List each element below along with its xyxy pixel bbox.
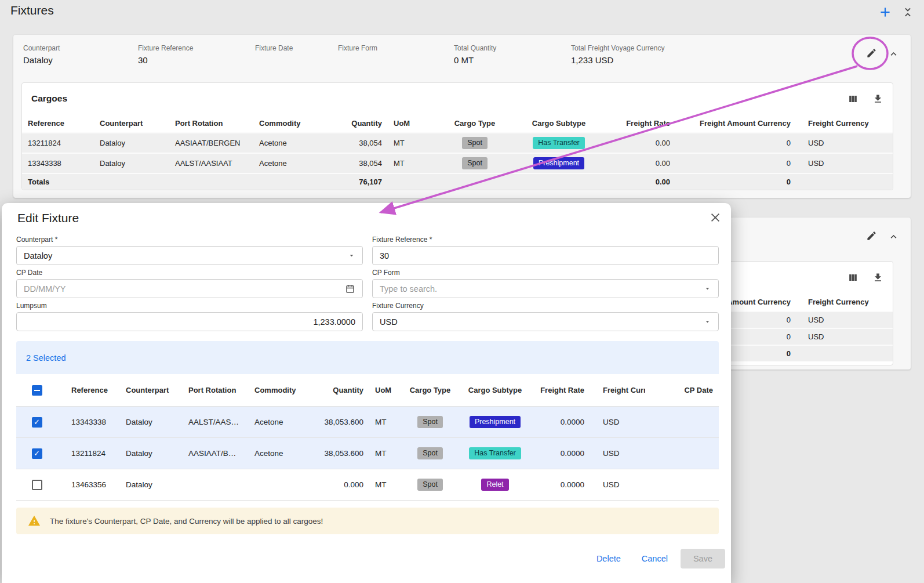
edit-fixture-button[interactable]	[866, 230, 877, 241]
collapse-card-button[interactable]	[889, 50, 898, 59]
row-checkbox[interactable]	[32, 417, 42, 428]
columns-icon	[847, 272, 858, 283]
field-fixture-date: Fixture Date	[255, 44, 293, 66]
unfold-less-icon	[902, 6, 914, 18]
cargo-select-table: Reference Counterpart Port Rotation Comm…	[16, 374, 719, 501]
cp-form-field: CP Form	[372, 269, 719, 298]
pencil-icon	[866, 48, 877, 59]
cp-form-input[interactable]	[380, 284, 704, 294]
columns-button[interactable]	[847, 272, 858, 283]
cargo-subtype-chip: Has Transfer	[533, 137, 585, 149]
collapse-all-button[interactable]	[902, 6, 914, 18]
dialog-title: Edit Fixture	[17, 211, 79, 225]
table-row[interactable]: 13343338 Dataloy AALST/AAS… Acetone 38,0…	[16, 407, 719, 438]
table-row[interactable]: 13211824 Dataloy AASIAAT/BERGEN Acetone …	[22, 133, 893, 153]
edit-fixture-dialog: Edit Fixture Counterpart * Dataloy Fixtu…	[2, 203, 731, 583]
cp-date-field: CP Date	[16, 269, 363, 298]
chevron-down-icon	[704, 318, 711, 325]
field-fixture-form: Fixture Form	[338, 44, 377, 66]
download-icon	[872, 272, 883, 283]
cargoes-header-row: Reference Counterpart Port Rotation Comm…	[22, 114, 893, 133]
table-row[interactable]: 13463356 Dataloy 0.000 MT Spot Relet 0.0…	[16, 469, 719, 501]
row-checkbox[interactable]	[32, 448, 42, 459]
cargo-subtype-chip: Has Transfer	[469, 447, 521, 459]
field-total-quantity: Total Quantity 0 MT	[454, 44, 496, 66]
cargo-type-chip: Spot	[417, 479, 443, 491]
field-total-freight-voyage-currency: Total Freight Voyage Currency 1,233 USD	[571, 44, 664, 66]
save-button[interactable]: Save	[681, 549, 725, 568]
cargoes-title: Cargoes	[31, 93, 67, 104]
columns-icon	[847, 93, 858, 104]
fixture-currency-select[interactable]: USD	[372, 312, 719, 331]
warning-banner: The fixture's Counterpart, CP Date, and …	[16, 508, 719, 534]
cargo-selection-section: 2 Selected Reference Counterpart Port Ro…	[16, 341, 719, 501]
chevron-up-icon	[889, 50, 898, 59]
cargo-subtype-chip: Preshipment	[470, 416, 521, 428]
download-button[interactable]	[872, 272, 883, 283]
table-row[interactable]: 13211824 Dataloy AASIAAT/B… Acetone 38,0…	[16, 438, 719, 469]
collapse-card-button[interactable]	[889, 233, 898, 241]
lumpsum-field: Lumpsum	[16, 302, 363, 331]
fixture-currency-field: Fixture Currency USD	[372, 302, 719, 331]
warning-icon	[28, 515, 41, 527]
cp-date-input[interactable]	[24, 284, 345, 294]
delete-button[interactable]: Delete	[588, 549, 629, 568]
field-fixture-reference: Fixture Reference 30	[138, 44, 193, 66]
cancel-button[interactable]: Cancel	[634, 549, 676, 568]
chevron-down-icon	[704, 285, 711, 292]
select-all-checkbox[interactable]	[32, 385, 42, 396]
chevron-down-icon	[348, 252, 355, 259]
cargoes-panel: Cargoes Reference Counterpart Por	[21, 82, 893, 190]
chevron-up-icon	[889, 233, 898, 241]
fixtures-page: Fixtures Counterpart Dataloy Fixture Ref…	[0, 0, 924, 583]
calendar-icon[interactable]	[345, 284, 355, 294]
cargo-type-chip: Spot	[462, 137, 488, 149]
table-row[interactable]: 13343338 Dataloy AALST/AASIAAT Acetone 3…	[22, 153, 893, 173]
counterpart-select[interactable]: Dataloy	[16, 246, 363, 265]
select-table-header-row: Reference Counterpart Port Rotation Comm…	[16, 374, 719, 407]
cargo-type-chip: Spot	[462, 157, 488, 169]
cargo-type-chip: Spot	[417, 416, 443, 428]
fixture-card: Counterpart Dataloy Fixture Reference 30…	[13, 35, 911, 198]
topbar-actions	[878, 5, 914, 20]
cargo-subtype-chip: Relet	[481, 479, 508, 491]
pencil-icon	[866, 230, 877, 241]
fixture-reference-input[interactable]	[380, 251, 711, 260]
totals-row: Totals 76,107 0.00 0	[22, 173, 893, 190]
close-icon	[709, 211, 722, 224]
dialog-actions: Delete Cancel Save	[588, 549, 725, 568]
plus-icon	[878, 5, 893, 20]
cargo-type-chip: Spot	[417, 447, 443, 459]
row-checkbox[interactable]	[32, 480, 42, 490]
add-fixture-button[interactable]	[878, 5, 893, 20]
page-title: Fixtures	[10, 3, 54, 17]
download-button[interactable]	[872, 93, 883, 104]
columns-button[interactable]	[847, 93, 858, 104]
download-icon	[872, 93, 883, 104]
counterpart-field: Counterpart * Dataloy	[16, 236, 363, 265]
cargoes-table: Reference Counterpart Port Rotation Comm…	[22, 114, 893, 190]
cargo-subtype-chip: Preshipment	[533, 157, 584, 169]
fixture-reference-field: Fixture Reference *	[372, 236, 719, 265]
selection-count: 2 Selected	[16, 341, 719, 374]
close-button[interactable]	[709, 211, 722, 224]
field-counterpart: Counterpart Dataloy	[23, 44, 60, 66]
edit-fixture-button[interactable]	[866, 48, 877, 59]
lumpsum-input[interactable]	[24, 317, 355, 327]
